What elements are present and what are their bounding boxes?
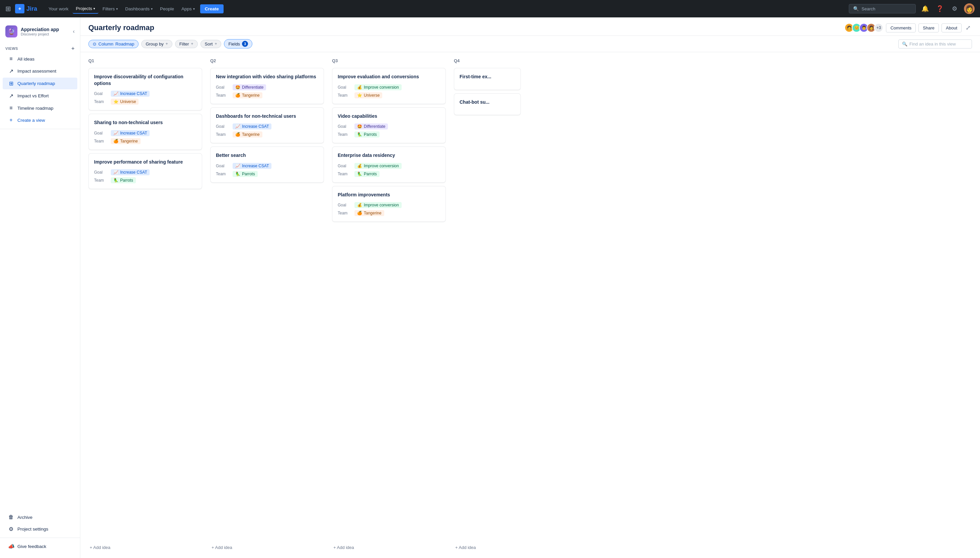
team-tag: 🦜 Parrots <box>354 171 380 177</box>
team-text: Parrots <box>120 178 133 183</box>
plus-icon: + <box>191 41 194 46</box>
add-idea-button[interactable]: + Add idea <box>332 542 446 553</box>
idea-card[interactable]: Improve performance of sharing feature G… <box>88 153 202 189</box>
avatar-stack: 🧑 😊 👨 👩 +3 <box>844 23 883 33</box>
idea-card-team-field: Team 🍊 Tangerine <box>216 92 318 98</box>
sidebar-divider <box>0 129 80 129</box>
add-view-icon[interactable]: + <box>71 46 75 51</box>
notifications-icon[interactable]: 🔔 <box>920 3 931 14</box>
team-tag: 🍊 Tangerine <box>111 138 141 144</box>
idea-card[interactable]: Enterprise data residency Goal 💰 Improve… <box>332 146 446 183</box>
sidebar-item-quarterly-roadmap[interactable]: ⊞ Quarterly roadmap <box>3 78 77 89</box>
nav-filters[interactable]: Filters ▾ <box>99 4 121 13</box>
fields-button[interactable]: Fields 3 <box>224 39 252 49</box>
team-label: Team <box>338 211 354 215</box>
plus-icon: + <box>215 41 217 46</box>
team-tag: 🍊 Tangerine <box>233 131 262 138</box>
idea-card[interactable]: Dashboards for non-technical users Goal … <box>210 107 324 143</box>
chart-icon: ↗ <box>8 68 14 74</box>
add-idea-button[interactable]: + Add idea <box>210 542 324 553</box>
sort-button[interactable]: Sort + <box>201 40 222 48</box>
idea-card-team-field: Team 🦜 Parrots <box>338 171 440 177</box>
goal-tag: 💰 Improve conversion <box>354 202 402 208</box>
sidebar-item-project-settings[interactable]: ⚙ Project settings <box>3 523 77 535</box>
team-emoji: 🦜 <box>357 172 362 176</box>
sidebar-item-create-view[interactable]: + Create a view <box>3 115 77 126</box>
nav-people[interactable]: People <box>157 4 178 13</box>
idea-card-team-field: Team ⭐ Universe <box>338 92 440 98</box>
team-label: Team <box>94 139 111 143</box>
idea-card-team-field: Team 🍊 Tangerine <box>216 131 318 138</box>
team-tag: 🦜 Parrots <box>233 171 258 177</box>
idea-card[interactable]: Platform improvements Goal 💰 Improve con… <box>332 186 446 222</box>
settings-icon[interactable]: ⚙ <box>949 3 960 14</box>
jira-logo-text: Jira <box>26 5 37 12</box>
idea-card[interactable]: Better search Goal 📈 Increase CSAT Team … <box>210 146 324 183</box>
filter-button[interactable]: Filter + <box>175 40 198 48</box>
idea-card[interactable]: Chat-bot su... <box>454 94 521 115</box>
team-label: Team <box>216 172 233 176</box>
idea-card[interactable]: Video capabilities Goal 🤩 Differentiate … <box>332 107 446 143</box>
board-search[interactable]: 🔍 <box>898 39 972 49</box>
nav-your-work[interactable]: Your work <box>45 4 72 13</box>
idea-card[interactable]: New integration with video sharing platf… <box>210 68 324 104</box>
about-button[interactable]: About <box>942 23 962 33</box>
team-label: Team <box>94 99 111 104</box>
idea-card-goal-field: Goal 💰 Improve conversion <box>338 202 440 208</box>
chevron-down-icon: ▾ <box>151 7 153 11</box>
search-input[interactable] <box>862 7 911 11</box>
column-header-q3: Q3 <box>332 57 446 64</box>
logo[interactable]: Jira <box>15 4 37 13</box>
top-navigation: ⊞ Jira Your work Projects ▾ Filters ▾ Da… <box>0 0 980 17</box>
add-idea-button[interactable]: + Add idea <box>88 542 202 553</box>
add-idea-button[interactable]: + Add idea <box>454 542 521 553</box>
collapse-sidebar-icon[interactable]: ‹ <box>73 28 75 34</box>
goal-tag: 💰 Improve conversion <box>354 163 402 169</box>
nav-right-section: 🔍 🔔 ❓ ⚙ 👩 <box>849 3 975 14</box>
help-icon[interactable]: ❓ <box>934 3 945 14</box>
board-columns: Q1Improve discoverability of configurati… <box>81 57 529 553</box>
team-text: Parrots <box>364 172 377 176</box>
user-avatar[interactable]: 👩 <box>964 3 975 14</box>
nav-projects[interactable]: Projects ▾ <box>72 4 99 14</box>
nav-apps[interactable]: Apps ▾ <box>178 4 198 13</box>
goal-text: Differentiate <box>364 124 385 129</box>
goal-text: Improve conversion <box>364 203 399 207</box>
global-search[interactable]: 🔍 <box>849 4 916 13</box>
team-emoji: ⭐ <box>113 99 118 104</box>
sidebar-item-give-feedback[interactable]: 📣 Give feedback <box>3 541 77 552</box>
idea-card-title: First-time ex... <box>460 74 515 80</box>
sidebar-item-all-ideas[interactable]: ≡ All ideas <box>3 53 77 64</box>
team-text: Universe <box>364 93 380 98</box>
grid-icon[interactable]: ⊞ <box>5 5 11 13</box>
column-picker[interactable]: ⊙ Column Roadmap <box>88 40 138 48</box>
goal-text: Differentiate <box>242 85 263 90</box>
board-search-input[interactable] <box>909 41 968 46</box>
idea-card[interactable]: Improve discoverability of configuration… <box>88 68 202 110</box>
team-text: Tangerine <box>242 93 260 98</box>
group-by-button[interactable]: Group by + <box>141 40 173 48</box>
idea-card-team-field: Team 🦜 Parrots <box>216 171 318 177</box>
team-text: Universe <box>120 99 136 104</box>
idea-card-team-field: Team 🍊 Tangerine <box>94 138 196 144</box>
idea-card[interactable]: First-time ex... <box>454 68 521 90</box>
nav-dashboards[interactable]: Dashboards ▾ <box>122 4 156 13</box>
create-button[interactable]: Create <box>200 4 224 13</box>
sidebar-item-archive[interactable]: 🗑 Archive <box>3 512 77 523</box>
sidebar-item-impact-assessment[interactable]: ↗ Impact assessment <box>3 65 77 77</box>
comments-button[interactable]: Comments <box>886 23 916 33</box>
expand-button[interactable]: ⤢ <box>964 23 972 33</box>
toolbar: ⊙ Column Roadmap Group by + Filter + Sor… <box>81 36 980 52</box>
team-label: Team <box>94 178 111 183</box>
idea-card[interactable]: Improve evaluation and conversions Goal … <box>332 68 446 104</box>
goal-emoji: 📈 <box>235 124 240 129</box>
sidebar-item-timeline-roadmap[interactable]: ≡ Timeline roadmap <box>3 102 77 114</box>
sidebar-item-impact-vs-effort[interactable]: ↗ Impact vs Effort <box>3 90 77 102</box>
search-icon: 🔍 <box>902 41 908 46</box>
goal-tag: 📈 Increase CSAT <box>233 163 271 169</box>
idea-card-goal-field: Goal 📈 Increase CSAT <box>94 169 196 175</box>
timeline-icon: ≡ <box>8 105 14 111</box>
column-icon: ⊙ <box>93 41 96 46</box>
idea-card[interactable]: Sharing to non-technical users Goal 📈 In… <box>88 114 202 150</box>
share-button[interactable]: Share <box>918 23 939 33</box>
